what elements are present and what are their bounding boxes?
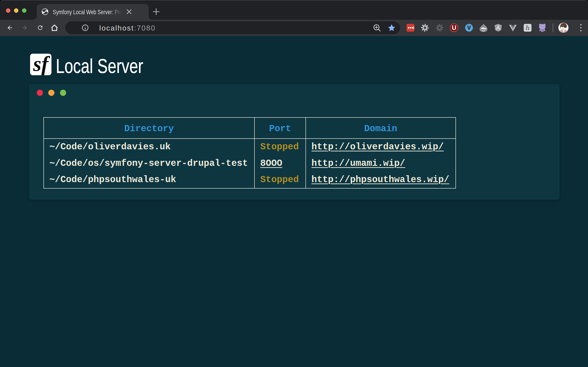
svg-text:U: U [452, 24, 456, 31]
svg-text:h: h [526, 24, 530, 31]
